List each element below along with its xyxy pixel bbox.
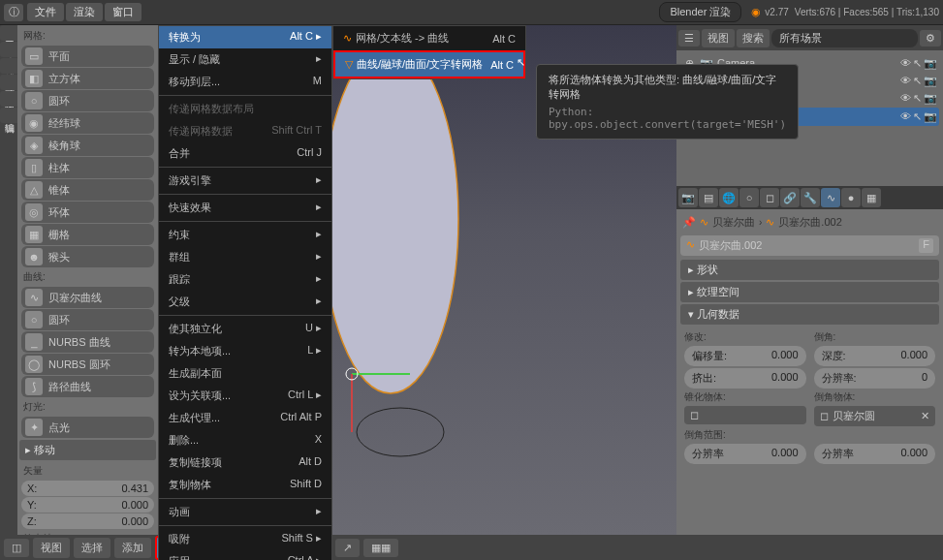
outliner-view[interactable]: 视图 (702, 29, 735, 47)
z-field[interactable]: Z:0.000 (21, 513, 154, 529)
cursor-icon[interactable]: ↖ (913, 57, 922, 70)
offset-field[interactable]: 偏移量:0.000 (684, 346, 806, 366)
outliner-icon[interactable]: ☰ (678, 30, 700, 47)
panel-geometry[interactable]: 几何数据 (680, 304, 939, 325)
tab-physics[interactable]: 物理 (0, 91, 17, 107)
tab-relations[interactable]: 关系 (0, 58, 17, 74)
menu-item[interactable]: 群组▸ (159, 246, 331, 268)
menu-item[interactable]: 复制链接项Alt D (159, 451, 331, 474)
tab-scene-icon[interactable]: 🌐 (719, 188, 739, 207)
tab-material-icon[interactable]: ● (841, 188, 861, 207)
menu-add[interactable]: 添加 (114, 538, 151, 558)
menu-item[interactable]: 删除...X (159, 429, 331, 451)
render-icon[interactable]: 📷 (924, 75, 937, 87)
add-monkey[interactable]: ☻猴头 (21, 246, 154, 267)
resolution-field[interactable]: 分辨率:0 (814, 368, 936, 389)
filter-icon[interactable]: ⚙ (920, 30, 941, 47)
3d-viewport[interactable]: 转换为Alt C ▸显示 / 隐藏▸移动到层...M传递网格数据布局传递网格数据… (158, 25, 676, 535)
add-uvsphere[interactable]: ◉经纬球 (21, 112, 154, 134)
add-plane[interactable]: ▭平面 (21, 46, 154, 67)
eye-icon[interactable]: 👁 (900, 92, 911, 105)
pin-icon[interactable]: 📌 (682, 216, 696, 229)
panel-shape[interactable]: 形状 (680, 260, 939, 280)
fake-user-button[interactable]: F (919, 238, 933, 253)
add-cone[interactable]: △锥体 (21, 179, 154, 201)
menu-item[interactable]: 转换为Alt C ▸ (159, 26, 331, 48)
menu-item[interactable]: 跟踪▸ (159, 268, 331, 291)
menu-item[interactable]: 快速效果▸ (159, 197, 331, 219)
info-icon[interactable]: ⓘ (4, 4, 23, 21)
y-field[interactable]: Y:0.000 (21, 497, 154, 513)
cursor-icon[interactable]: ↖ (913, 110, 922, 123)
tab-object-icon[interactable]: ◻ (760, 188, 779, 207)
res-end-field[interactable]: 分辨率0.000 (814, 444, 936, 464)
menu-item[interactable]: 父级▸ (159, 291, 331, 313)
tab-create[interactable]: 创建 (0, 42, 17, 57)
menu-item[interactable]: 约束▸ (159, 224, 331, 246)
add-torus[interactable]: ◎环体 (21, 202, 154, 223)
close-icon[interactable]: ✕ (921, 410, 929, 422)
add-bezier[interactable]: ∿贝塞尔曲线 (21, 287, 154, 308)
add-grid[interactable]: ▦栅格 (21, 224, 154, 245)
operator-panel-header[interactable]: ▸ 移动 (19, 440, 156, 460)
res-start-field[interactable]: 分辨率0.000 (684, 444, 806, 464)
add-bezcircle[interactable]: ○圆环 (21, 309, 154, 330)
tab-anim[interactable]: 动画 (0, 75, 17, 90)
menu-file[interactable]: 文件 (27, 3, 64, 21)
tab-edit[interactable]: 编辑 (0, 108, 17, 123)
menu-item[interactable]: 设为关联项...Ctrl L ▸ (159, 385, 331, 407)
submenu-item[interactable]: ▽曲线/融球/曲面/文字转网格Alt C (333, 50, 525, 78)
depth-field[interactable]: 深度:0.000 (814, 346, 936, 366)
menu-item[interactable]: 合并Ctrl J (159, 142, 331, 165)
add-pointlight[interactable]: ✦点光 (21, 417, 154, 438)
menu-item[interactable]: 生成代理...Ctrl Alt P (159, 407, 331, 429)
manipulator-icon[interactable]: ↗ (335, 539, 360, 557)
add-cube[interactable]: ◧立方体 (21, 68, 154, 89)
add-circle[interactable]: ○圆环 (21, 90, 154, 111)
submenu-item[interactable]: ∿网格/文本线 -> 曲线Alt C (333, 26, 525, 50)
tab-layers-icon[interactable]: ▤ (699, 188, 718, 207)
eye-icon[interactable]: 👁 (900, 110, 911, 123)
layers-icon[interactable]: ▦▦ (363, 539, 398, 557)
menu-item[interactable]: 复制物体Shift D (159, 474, 331, 496)
add-path[interactable]: ⟆路径曲线 (21, 376, 154, 397)
menu-select[interactable]: 选择 (74, 538, 110, 558)
tab-render-icon[interactable]: 📷 (678, 188, 698, 207)
render-icon[interactable]: 📷 (924, 92, 937, 105)
tab-tools[interactable]: 工具 (0, 25, 17, 41)
tab-texture-icon[interactable]: ▦ (862, 188, 881, 207)
menu-view[interactable]: 视图 (33, 538, 70, 558)
x-field[interactable]: X:0.431 (21, 481, 154, 496)
menu-render[interactable]: 渲染 (66, 3, 103, 21)
menu-item[interactable]: 游戏引擎▸ (159, 170, 331, 192)
tab-constraint-icon[interactable]: 🔗 (780, 188, 800, 207)
menu-item[interactable]: 使其独立化U ▸ (159, 318, 331, 340)
eye-icon[interactable]: 👁 (900, 57, 911, 70)
eye-icon[interactable]: 👁 (900, 75, 911, 87)
tab-objectdata-icon[interactable]: ∿ (821, 188, 840, 207)
tab-modifier-icon[interactable]: 🔧 (801, 188, 820, 207)
add-nurbs[interactable]: ⎯NURBS 曲线 (21, 331, 154, 353)
menu-item[interactable]: 吸附Shift S ▸ (159, 528, 331, 550)
scene-select[interactable]: 所有场景 (771, 29, 918, 47)
panel-texspace[interactable]: 纹理空间 (680, 282, 939, 302)
add-cylinder[interactable]: ▯柱体 (21, 157, 154, 178)
datablock-name-field[interactable]: ∿ 贝塞尔曲.002 F (680, 235, 939, 256)
add-icosphere[interactable]: ◈棱角球 (21, 135, 154, 156)
cursor-icon[interactable]: ↖ (913, 75, 922, 87)
render-icon[interactable]: 📷 (924, 110, 937, 123)
outliner-search[interactable]: 搜索 (737, 29, 770, 47)
menu-item[interactable]: 应用Ctrl A ▸ (159, 550, 331, 560)
menu-item[interactable]: 转为本地项...L ▸ (159, 340, 331, 362)
tab-world-icon[interactable]: ○ (739, 188, 759, 207)
render-engine-select[interactable]: Blender 渲染 (659, 2, 741, 22)
menu-item[interactable]: 显示 / 隐藏▸ (159, 48, 331, 71)
taper-object-select[interactable]: ◻ (684, 406, 806, 424)
menu-window[interactable]: 窗口 (105, 3, 141, 21)
extrude-field[interactable]: 挤出:0.000 (684, 368, 806, 389)
add-nurbscircle[interactable]: ◯NURBS 圆环 (21, 354, 154, 375)
cursor-icon[interactable]: ↖ (913, 92, 922, 105)
menu-item[interactable]: 移动到层...M (159, 71, 331, 93)
menu-item[interactable]: 生成副本面 (159, 362, 331, 385)
menu-item[interactable]: 动画▸ (159, 501, 331, 523)
